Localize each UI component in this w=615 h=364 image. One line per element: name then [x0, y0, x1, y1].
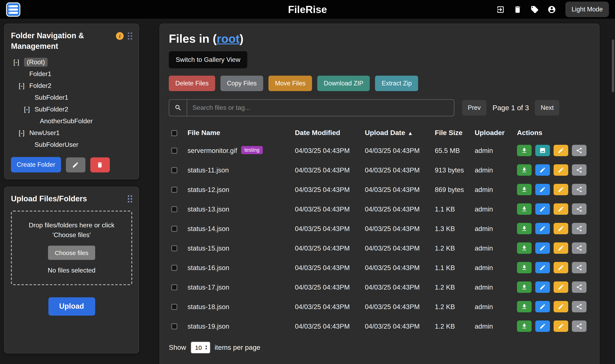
edit-button[interactable] [535, 242, 550, 254]
row-checkbox[interactable] [171, 265, 177, 271]
file-name[interactable]: status-13.json [187, 205, 229, 213]
share-button[interactable] [572, 223, 587, 234]
col-file-name[interactable]: File Name [187, 129, 295, 137]
edit-button[interactable] [535, 281, 550, 293]
col-uploader[interactable]: Uploader [475, 129, 517, 137]
rename-button[interactable] [554, 184, 568, 195]
share-button[interactable] [572, 184, 587, 195]
rename-button[interactable] [554, 301, 568, 312]
row-checkbox[interactable] [171, 225, 177, 232]
file-name[interactable]: status-19.json [187, 322, 229, 330]
download-button[interactable] [517, 281, 532, 293]
edit-button[interactable] [535, 164, 550, 176]
upload-button[interactable]: Upload [48, 297, 95, 316]
drag-handle-icon[interactable] [128, 32, 132, 40]
tree-item-label[interactable]: AnotherSubFolder [40, 117, 93, 125]
filerise-logo[interactable] [6, 2, 20, 16]
copy-files-button[interactable]: Copy Files [221, 76, 263, 91]
rename-folder-button[interactable] [66, 157, 85, 172]
rename-button[interactable] [554, 223, 568, 234]
items-per-page-select[interactable]: 10 ▲▼ [191, 342, 210, 353]
download-button[interactable] [517, 223, 532, 234]
file-name[interactable]: status-16.json [187, 264, 229, 272]
share-button[interactable] [572, 321, 587, 332]
dropzone[interactable]: Drop files/folders here or click 'Choose… [11, 211, 132, 285]
download-button[interactable] [517, 301, 532, 312]
tree-item-label[interactable]: NewUser1 [29, 129, 60, 137]
preview-button[interactable] [535, 145, 550, 156]
tag-icon[interactable] [531, 5, 539, 14]
row-checkbox[interactable] [171, 147, 177, 154]
download-button[interactable] [517, 184, 532, 195]
next-button[interactable]: Next [535, 100, 560, 116]
file-name[interactable]: status-18.json [187, 303, 229, 311]
tree-toggle[interactable]: [-] [24, 106, 35, 113]
rename-button[interactable] [554, 281, 568, 293]
row-checkbox[interactable] [171, 245, 177, 251]
tree-item-label[interactable]: (Root) [24, 58, 48, 67]
edit-button[interactable] [535, 203, 550, 215]
search-input[interactable] [187, 99, 454, 116]
tree-item-label[interactable]: Folder2 [29, 82, 52, 90]
delete-folder-button[interactable] [90, 157, 110, 172]
tree-item-label[interactable]: SubFolder1 [35, 94, 68, 101]
edit-button[interactable] [535, 262, 550, 273]
rename-button[interactable] [554, 321, 568, 332]
tree-toggle[interactable]: [-] [19, 82, 29, 90]
share-button[interactable] [572, 301, 587, 312]
download-button[interactable] [517, 262, 532, 273]
file-name[interactable]: status-17.json [187, 283, 229, 291]
col-upload-date[interactable]: Upload Date▲ [365, 129, 435, 137]
root-link[interactable]: root [217, 32, 240, 45]
download-zip-button[interactable]: Download ZIP [317, 76, 370, 91]
edit-button[interactable] [535, 184, 550, 195]
share-button[interactable] [572, 145, 587, 156]
create-folder-button[interactable]: Create Folder [11, 157, 61, 173]
drag-handle-icon[interactable] [128, 195, 132, 203]
trash-icon[interactable] [513, 5, 522, 14]
download-button[interactable] [517, 164, 532, 176]
tree-item[interactable]: SubFolderUser [11, 139, 132, 151]
share-button[interactable] [572, 262, 587, 273]
file-name[interactable]: status-11.json [187, 166, 229, 174]
tree-item-label[interactable]: Folder1 [29, 70, 52, 78]
download-button[interactable] [517, 242, 532, 254]
account-icon[interactable] [548, 5, 556, 14]
download-button[interactable] [517, 321, 532, 332]
rename-button[interactable] [554, 242, 568, 254]
row-checkbox[interactable] [171, 284, 177, 290]
choose-files-button[interactable]: Choose files [48, 246, 95, 260]
share-button[interactable] [572, 164, 587, 176]
select-all-checkbox[interactable] [171, 130, 177, 136]
share-button[interactable] [572, 242, 587, 254]
row-checkbox[interactable] [171, 304, 177, 310]
logout-icon[interactable] [497, 5, 505, 14]
tree-toggle[interactable]: [-] [19, 129, 29, 137]
edit-button[interactable] [535, 223, 550, 234]
tree-item[interactable]: [-]NewUser1 [11, 127, 132, 139]
rename-button[interactable] [554, 203, 568, 215]
delete-files-button[interactable]: Delete Files [169, 76, 215, 91]
tree-item[interactable]: Folder1 [11, 68, 132, 80]
prev-button[interactable]: Prev [462, 100, 486, 116]
row-checkbox[interactable] [171, 323, 177, 329]
rename-button[interactable] [554, 145, 568, 156]
tree-item[interactable]: [-](Root) [11, 56, 132, 68]
download-button[interactable] [517, 145, 532, 156]
file-name[interactable]: status-14.json [187, 225, 229, 233]
row-checkbox[interactable] [171, 167, 177, 173]
edit-button[interactable] [535, 321, 550, 332]
share-button[interactable] [572, 203, 587, 215]
move-files-button[interactable]: Move Files [268, 76, 312, 91]
rename-button[interactable] [554, 164, 568, 176]
row-checkbox[interactable] [171, 206, 177, 212]
info-icon[interactable]: i [116, 32, 124, 40]
extract-zip-button[interactable]: Extract Zip [375, 76, 418, 91]
tree-item[interactable]: AnotherSubFolder [11, 115, 132, 127]
download-button[interactable] [517, 203, 532, 215]
col-date-modified[interactable]: Date Modified [295, 129, 365, 137]
tree-item-label[interactable]: SubFolder2 [35, 106, 68, 113]
row-checkbox[interactable] [171, 186, 177, 193]
light-mode-button[interactable]: Light Mode [566, 2, 609, 17]
file-name[interactable]: servermonitor.gif [187, 147, 237, 154]
